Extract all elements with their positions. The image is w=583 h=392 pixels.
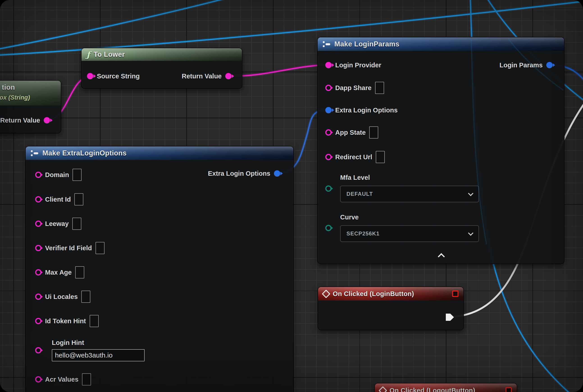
string-pin-out[interactable]: [225, 73, 232, 79]
pin-row-login-provider: Login Provider: [325, 59, 382, 72]
string-pin[interactable]: [35, 318, 42, 324]
text-field-empty[interactable]: [74, 193, 83, 206]
text-field-empty[interactable]: [72, 218, 81, 230]
string-pin[interactable]: [35, 245, 42, 251]
node-make-extra-login-options-header[interactable]: Make ExtraLoginOptions: [26, 146, 293, 160]
node-partial-function-header[interactable]: tion ox (String): [0, 81, 61, 106]
pin-row-leeway: Leeway: [35, 218, 81, 230]
pin-row-ui-locales: Ui Locales: [35, 290, 90, 303]
struct-pin-out[interactable]: [274, 170, 280, 177]
string-pin[interactable]: [325, 129, 332, 136]
delegate-pin[interactable]: [452, 290, 458, 297]
pin-row-client-id: Client Id: [35, 193, 83, 206]
function-icon: ƒ: [86, 50, 90, 58]
string-pin[interactable]: [35, 269, 42, 276]
make-struct-icon: [31, 149, 39, 157]
text-field-empty[interactable]: [369, 126, 378, 138]
node-to-lower[interactable]: ƒ To Lower Source String Return Value: [81, 48, 242, 89]
pin-label: Curve: [340, 214, 359, 221]
node-partial-function[interactable]: tion ox (String) Return Value: [0, 80, 61, 133]
text-field-empty[interactable]: [375, 82, 384, 94]
pin-row-return-value: Return Value: [182, 70, 232, 82]
string-pin[interactable]: [35, 376, 42, 382]
pin-label: Mfa Level: [340, 174, 370, 181]
node-make-extra-login-options[interactable]: Make ExtraLoginOptions Extra Login Optio…: [25, 146, 294, 392]
text-field-empty[interactable]: [72, 169, 82, 181]
string-pin[interactable]: [35, 196, 42, 202]
node-make-login-params-header[interactable]: Make LoginParams: [318, 38, 564, 51]
pin-label: Login Params: [500, 62, 543, 69]
node-on-clicked-login-header[interactable]: On Clicked (LoginButton): [318, 287, 464, 300]
make-struct-icon: [322, 40, 331, 48]
string-pin-in[interactable]: [325, 62, 332, 68]
enum-pin[interactable]: [325, 225, 332, 231]
string-pin[interactable]: [325, 85, 332, 91]
blueprint-graph-canvas[interactable]: tion ox (String) Return Value ƒ To Lower…: [0, 0, 583, 392]
delegate-pin[interactable]: [506, 387, 512, 392]
pin-row-return-value: Return Value: [0, 114, 50, 126]
collapse-node-button[interactable]: [438, 253, 445, 260]
exec-pin-out[interactable]: [446, 314, 454, 321]
node-on-clicked-logout-button[interactable]: On Clicked (LogoutButton): [374, 383, 517, 392]
node-on-clicked-login-button[interactable]: On Clicked (LoginButton): [318, 286, 464, 330]
wire-return-value-to-login-provider[interactable]: [228, 65, 327, 76]
wire-blue-diagonal-1[interactable]: [0, 0, 246, 50]
pin-row-max-age: Max Age: [35, 266, 84, 279]
chevron-down-icon: [468, 190, 473, 196]
event-icon: [322, 290, 330, 298]
pin-label: Domain: [45, 171, 69, 179]
string-pin[interactable]: [35, 220, 42, 227]
pin-label: Dapp Share: [335, 84, 372, 92]
text-field-empty[interactable]: [75, 266, 84, 278]
string-pin-out[interactable]: [44, 117, 50, 124]
login-hint-input[interactable]: hello@web3auth.io: [52, 349, 144, 361]
node-to-lower-header[interactable]: ƒ To Lower: [82, 48, 242, 61]
text-field-empty[interactable]: [81, 290, 90, 303]
pin-label: Verifier Id Field: [45, 244, 92, 252]
struct-pin-in[interactable]: [325, 107, 332, 113]
pin-row-domain: Domain: [35, 168, 82, 181]
node-on-clicked-logout-header[interactable]: On Clicked (LogoutButton): [375, 384, 517, 392]
text-field-empty[interactable]: [376, 151, 385, 163]
pin-row-acr-values: Acr Values: [35, 373, 91, 386]
pin-row-dapp-share: Dapp Share: [325, 82, 384, 94]
enum-pin[interactable]: [325, 186, 332, 192]
pin-label: Extra Login Options: [335, 106, 398, 114]
pin-row-extra-login-options-in: Extra Login Options: [325, 104, 398, 116]
curve-dropdown[interactable]: SECP256K1: [340, 225, 479, 242]
chevron-down-icon: [468, 230, 473, 236]
dropdown-value: SECP256K1: [346, 230, 380, 237]
pin-label: Acr Values: [45, 376, 78, 383]
pin-label: Login Provider: [335, 62, 382, 69]
pin-label: Login Hint: [52, 339, 84, 346]
pin-row-redirect-url: Redirect Url: [325, 151, 385, 163]
pin-label: Leeway: [45, 220, 69, 228]
string-pin-in[interactable]: [87, 73, 93, 79]
node-title: Make LoginParams: [334, 40, 400, 48]
text-field-empty[interactable]: [82, 373, 91, 386]
node-make-login-params[interactable]: Make LoginParams Login Provider Login Pa…: [317, 37, 564, 264]
pin-row-verifier-id-field: Verifier Id Field: [35, 242, 104, 254]
event-icon: [378, 386, 387, 392]
pin-label: Client Id: [45, 196, 71, 203]
string-pin[interactable]: [35, 347, 42, 354]
pin-row-id-token-hint: Id Token Hint: [35, 315, 99, 327]
node-title: On Clicked (LogoutButton): [390, 387, 475, 392]
text-field-empty[interactable]: [90, 315, 99, 327]
string-pin[interactable]: [325, 154, 332, 160]
node-title: On Clicked (LoginButton): [333, 290, 414, 298]
pin-label: Return Value: [182, 72, 222, 80]
mfa-level-dropdown[interactable]: DEFAULT: [340, 186, 479, 202]
struct-pin-out[interactable]: [546, 62, 552, 68]
pin-label: Ui Locales: [45, 293, 78, 300]
pin-label: Redirect Url: [335, 154, 372, 161]
string-pin[interactable]: [35, 294, 42, 300]
string-pin[interactable]: [35, 172, 42, 178]
pin-label: Extra Login Options: [208, 170, 270, 177]
pin-row-login-params-out: Login Params: [500, 59, 552, 72]
pin-label: Return Value: [0, 117, 40, 124]
pin-label: App State: [335, 129, 366, 136]
text-field-empty[interactable]: [96, 242, 104, 254]
pin-label: Max Age: [45, 269, 72, 276]
node-title: Make ExtraLoginOptions: [42, 149, 126, 157]
